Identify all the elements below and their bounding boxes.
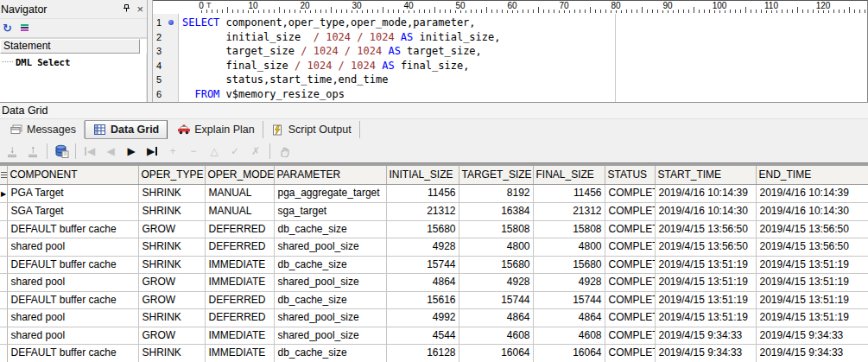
table-cell[interactable]: COMPLETE: [605, 309, 655, 327]
table-cell[interactable]: 15808: [459, 220, 533, 238]
last-record-button[interactable]: ▶: [142, 142, 162, 161]
panel-splitter[interactable]: [147, 0, 153, 102]
table-cell[interactable]: 11456: [533, 184, 605, 203]
row-selector-header[interactable]: [0, 166, 7, 184]
table-cell[interactable]: 2019/4/15 9:34:33: [655, 345, 756, 362]
table-cell[interactable]: 2019/4/15 13:51:19: [655, 309, 756, 327]
tree-item-dml-select[interactable]: DML Select: [0, 55, 146, 68]
table-cell[interactable]: shared_pool_size: [274, 327, 386, 345]
edit-record-button[interactable]: △: [204, 142, 225, 161]
column-header-parameter[interactable]: PARAMETER: [274, 166, 386, 184]
table-cell[interactable]: 2019/4/15 13:56:50: [655, 238, 756, 257]
table-cell[interactable]: IMMEDIATE: [205, 256, 274, 274]
table-cell[interactable]: COMPLETE: [605, 327, 655, 345]
table-cell[interactable]: 15744: [533, 291, 605, 309]
table-cell[interactable]: 4928: [386, 238, 459, 257]
table-cell[interactable]: 8192: [459, 184, 533, 203]
next-record-button[interactable]: ▶: [121, 142, 142, 161]
table-cell[interactable]: shared pool: [7, 327, 138, 345]
layers-icon[interactable]: [21, 24, 29, 32]
table-cell[interactable]: 16384: [459, 203, 533, 221]
table-cell[interactable]: db_cache_size: [274, 345, 386, 362]
table-cell[interactable]: COMPLETE: [605, 203, 655, 221]
table-cell[interactable]: SHRINK: [138, 184, 205, 203]
table-cell[interactable]: 4800: [533, 238, 605, 257]
table-cell[interactable]: DEFERRED: [205, 291, 274, 309]
table-cell[interactable]: db_cache_size: [274, 291, 386, 309]
table-cell[interactable]: GROW: [138, 291, 205, 309]
table-cell[interactable]: 16064: [459, 345, 533, 362]
table-cell[interactable]: 4608: [459, 327, 533, 345]
row-selector-cell[interactable]: [0, 291, 7, 309]
table-cell[interactable]: DEFAULT buffer cache: [7, 220, 138, 238]
column-header-oper_type[interactable]: OPER_TYPE: [138, 166, 205, 184]
table-cell[interactable]: GROW: [138, 220, 205, 238]
table-cell[interactable]: IMMEDIATE: [205, 345, 274, 362]
row-selector-cell[interactable]: [0, 327, 7, 345]
sql-code[interactable]: SELECT component,oper_type,oper_mode,par…: [179, 14, 867, 102]
table-cell[interactable]: 2019/4/16 10:14:30: [655, 203, 756, 221]
table-cell[interactable]: 2019/4/15 13:56:50: [756, 238, 868, 257]
row-selector-cell[interactable]: [0, 256, 7, 274]
refresh-icon[interactable]: ↻: [3, 23, 12, 34]
table-cell[interactable]: SHRINK: [138, 256, 205, 274]
table-cell[interactable]: sga_target: [274, 203, 386, 221]
tab-explain-plan[interactable]: Explain Plan: [169, 121, 263, 138]
table-cell[interactable]: COMPLETE: [605, 256, 655, 274]
table-cell[interactable]: 11456: [386, 184, 459, 203]
sql-code-line[interactable]: initial_size / 1024 / 1024 AS initial_si…: [182, 30, 867, 45]
table-cell[interactable]: 2019/4/15 9:34:33: [756, 327, 868, 345]
table-cell[interactable]: 2019/4/16 10:14:30: [756, 203, 868, 221]
column-header-component[interactable]: COMPONENT: [7, 166, 138, 184]
delete-record-button[interactable]: −: [183, 142, 204, 161]
table-cell[interactable]: 15744: [459, 291, 533, 309]
table-cell[interactable]: PGA Target: [7, 184, 138, 203]
table-cell[interactable]: 21312: [386, 203, 459, 221]
table-cell[interactable]: shared pool: [7, 309, 138, 327]
close-icon[interactable]: ×: [136, 5, 143, 14]
table-cell[interactable]: SHRINK: [138, 203, 205, 221]
prior-record-button[interactable]: ◀: [100, 142, 121, 161]
table-cell[interactable]: 16064: [533, 345, 605, 362]
table-cell[interactable]: 15680: [459, 256, 533, 274]
table-cell[interactable]: GROW: [138, 274, 205, 292]
table-cell[interactable]: IMMEDIATE: [205, 327, 274, 345]
table-cell[interactable]: 4928: [533, 274, 605, 292]
table-cell[interactable]: SGA Target: [7, 203, 138, 221]
pause-fetch-button[interactable]: [274, 142, 295, 161]
table-cell[interactable]: 2019/4/15 13:51:19: [655, 291, 756, 309]
cancel-edit-button[interactable]: ✗: [245, 142, 266, 161]
table-cell[interactable]: 2019/4/15 13:51:19: [756, 256, 868, 274]
table-cell[interactable]: MANUAL: [205, 184, 274, 203]
row-selector-cell[interactable]: [0, 309, 7, 327]
column-header-end_time[interactable]: END_TIME: [756, 166, 868, 184]
table-cell[interactable]: 15616: [386, 291, 459, 309]
table-cell[interactable]: 2019/4/15 13:56:50: [655, 220, 756, 238]
table-cell[interactable]: shared pool: [7, 238, 138, 257]
table-cell[interactable]: COMPLETE: [605, 274, 655, 292]
table-cell[interactable]: 2019/4/16 10:14:39: [655, 184, 756, 203]
table-cell[interactable]: 4800: [459, 238, 533, 257]
table-cell[interactable]: 15680: [386, 220, 459, 238]
post-edit-button[interactable]: ✓: [225, 142, 245, 161]
table-cell[interactable]: MANUAL: [205, 203, 274, 221]
table-cell[interactable]: shared_pool_size: [274, 274, 386, 292]
sql-code-line[interactable]: target_size / 1024 / 1024 AS target_size…: [182, 44, 867, 59]
column-header-target_size[interactable]: TARGET_SIZE: [459, 166, 533, 184]
table-cell[interactable]: DEFERRED: [205, 220, 274, 238]
table-cell[interactable]: DEFAULT buffer cache: [7, 256, 138, 274]
sql-code-line[interactable]: final_size / 1024 / 1024 AS final_size,: [182, 59, 867, 73]
table-cell[interactable]: 4864: [459, 309, 533, 327]
row-selector-cell[interactable]: [0, 203, 7, 221]
fetch-next-page-button[interactable]: ↓: [2, 142, 22, 161]
column-header-start_time[interactable]: START_TIME: [655, 166, 756, 184]
sql-code-line[interactable]: SELECT component,oper_type,oper_mode,par…: [182, 16, 867, 30]
sql-code-line[interactable]: FROM v$memory_resize_ops: [182, 87, 867, 102]
table-cell[interactable]: 4992: [386, 309, 459, 327]
tab-messages[interactable]: Messages: [2, 121, 85, 138]
table-cell[interactable]: GROW: [138, 327, 205, 345]
column-header-status[interactable]: STATUS: [605, 166, 655, 184]
table-cell[interactable]: shared pool: [7, 274, 138, 292]
table-cell[interactable]: COMPLETE: [605, 184, 655, 203]
row-selector-cell[interactable]: [0, 220, 7, 238]
